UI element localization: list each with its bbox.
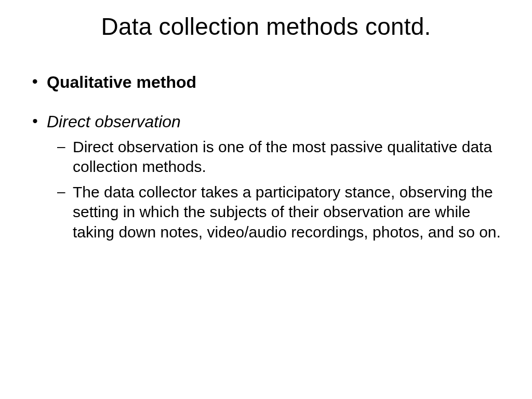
sub-bullet-list: Direct observation is one of the most pa… [47,137,511,242]
sub-bullet-item: The data collector takes a participatory… [73,182,511,242]
sub-bullet-text: The data collector takes a participatory… [73,183,501,241]
bullet-text: Qualitative method [47,73,196,91]
sub-bullet-item: Direct observation is one of the most pa… [73,137,511,177]
sub-bullet-text: Direct observation is one of the most pa… [73,138,492,175]
bullet-direct-observation: Direct observation Direct observation is… [47,111,511,242]
bullet-qualitative-method: Qualitative method [47,72,511,92]
slide: Data collection methods contd. Qualitati… [0,0,532,399]
bullet-text: Direct observation [47,112,181,131]
slide-title: Data collection methods contd. [21,12,511,41]
bullet-list: Qualitative method Direct observation Di… [21,72,511,242]
